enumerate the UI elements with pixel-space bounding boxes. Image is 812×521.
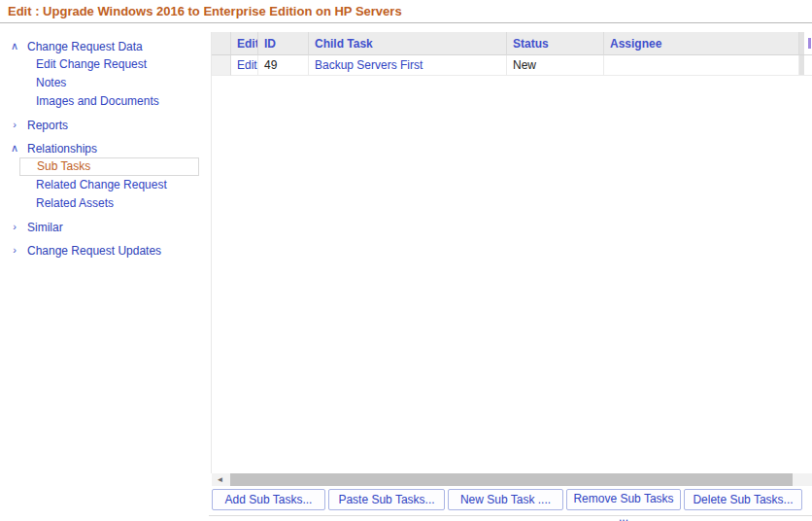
clipped-column-cell (804, 55, 812, 76)
clipped-column-header (804, 32, 812, 55)
sidebar-group-similar[interactable]: › Similar (0, 218, 210, 236)
sidebar-group-label: Relationships (27, 142, 97, 156)
row-id-cell: 49 (258, 55, 309, 76)
table-header-row: Edit ID Child Task Status Assignee (212, 32, 812, 55)
sidebar-group-change-request-updates[interactable]: › Change Request Updates (0, 241, 210, 260)
paste-sub-tasks-button[interactable]: Paste Sub Tasks... (328, 489, 445, 510)
footer-button-row: Add Sub Tasks... Paste Sub Tasks... New … (212, 489, 802, 510)
sidebar-group-relationships[interactable]: ∧ Relationships (0, 139, 210, 157)
sidebar-item-related-assets[interactable]: Related Assets (0, 194, 210, 213)
table-row: Edit 49 Backup Servers First New (212, 55, 812, 76)
row-status-cell: New (507, 55, 604, 76)
scroll-left-arrow-icon[interactable]: ◄ (212, 473, 228, 486)
horizontal-scrollbar[interactable]: ◄ (212, 473, 812, 486)
change-request-edit-window: Edit : Upgrade Windows 2016 to Enterpris… (0, 0, 812, 521)
column-header-status: Status (507, 32, 604, 55)
sidebar-group-change-request-data[interactable]: ∧ Change Request Data (0, 37, 210, 55)
chevron-right-icon[interactable]: › (8, 222, 21, 232)
sidebar-group-label: Reports (27, 119, 68, 132)
column-header-edit: Edit (231, 32, 258, 55)
sidebar-group-label: Similar (27, 221, 63, 234)
sidebar-group-label: Change Request Updates (27, 244, 161, 258)
chevron-up-icon[interactable]: ∧ (8, 143, 21, 154)
sub-tasks-table: Edit ID Child Task Status Assignee Edit … (211, 32, 812, 473)
sidebar-tree: ∧ Change Request Data Edit Change Reques… (0, 37, 210, 260)
bottom-divider (209, 515, 812, 516)
sidebar-item-related-change-request[interactable]: Related Change Request (0, 176, 210, 194)
column-header-assignee: Assignee (604, 32, 799, 55)
sidebar-item-edit-change-request[interactable]: Edit Change Request (0, 55, 210, 74)
sidebar-group-label: Change Request Data (27, 40, 143, 53)
page-title: Edit : Upgrade Windows 2016 to Enterpris… (0, 0, 812, 23)
new-sub-task-button[interactable]: New Sub Task .... (448, 489, 563, 510)
column-header-selector (212, 32, 231, 55)
row-assignee-cell (604, 55, 799, 76)
column-header-id: ID (258, 32, 309, 55)
row-child-task-link[interactable]: Backup Servers First (309, 55, 507, 76)
chevron-right-icon[interactable]: › (8, 120, 21, 130)
scrollbar-thumb[interactable] (230, 473, 793, 486)
remove-sub-tasks-button[interactable]: Remove Sub Tasks ... (566, 489, 681, 510)
sidebar-group-reports[interactable]: › Reports (0, 116, 210, 134)
sidebar-item-notes[interactable]: Notes (0, 74, 210, 92)
row-edit-link[interactable]: Edit (231, 55, 258, 76)
chevron-right-icon[interactable]: › (8, 245, 21, 256)
delete-sub-tasks-button[interactable]: Delete Sub Tasks... (684, 489, 802, 510)
column-header-child-task: Child Task (309, 32, 507, 55)
sidebar-item-sub-tasks-selected[interactable]: Sub Tasks (19, 157, 199, 176)
clipped-header-letter (808, 38, 811, 49)
add-sub-tasks-button[interactable]: Add Sub Tasks... (212, 489, 325, 510)
sidebar-item-images-and-documents[interactable]: Images and Documents (0, 92, 210, 111)
row-selector-cell[interactable] (212, 55, 231, 76)
chevron-up-icon[interactable]: ∧ (8, 41, 21, 52)
